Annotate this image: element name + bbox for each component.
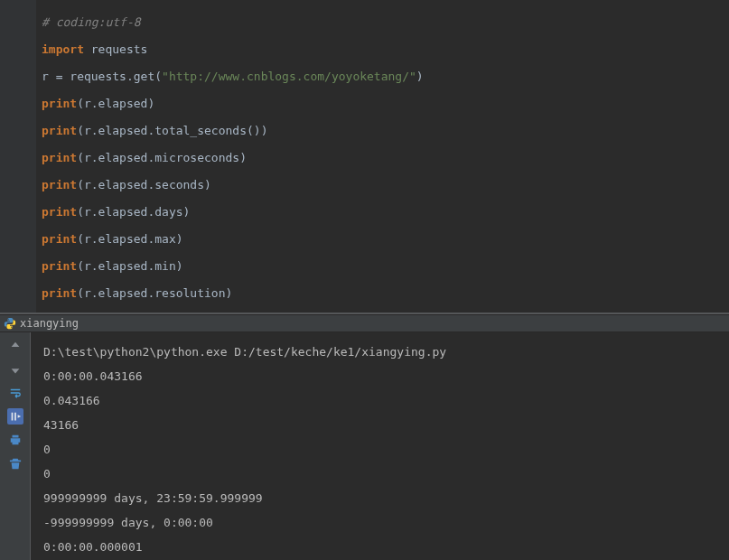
console-line: 43166	[43, 413, 716, 437]
console-line: 999999999 days, 23:59:59.999999	[43, 486, 716, 510]
print-arg: (r.elapsed.min)	[77, 259, 182, 273]
keyword-print: print	[42, 124, 77, 137]
keyword-print: print	[42, 259, 77, 273]
assign-expr: r = requests.get(	[42, 70, 162, 83]
keyword-print: print	[42, 286, 77, 300]
module-name: requests	[84, 42, 147, 56]
print-arg: (r.elapsed.max)	[77, 232, 182, 246]
url-string: "http://www.cnblogs.com/yoyoketang/"	[162, 70, 416, 83]
keyword-print: print	[42, 97, 77, 110]
console-area: D:\test\python2\python.exe D:/test/keche…	[0, 332, 729, 560]
keyword-print: print	[42, 232, 77, 246]
print-arg: (r.elapsed.total_seconds())	[77, 124, 267, 137]
console-line: -999999999 days, 0:00:00	[43, 510, 716, 535]
print-arg: (r.elapsed.days)	[77, 205, 190, 219]
console-line: 0.043166	[43, 388, 716, 413]
console-gutter	[0, 332, 31, 560]
arrow-up-icon[interactable]	[7, 338, 23, 354]
console-line: 0	[43, 437, 716, 462]
console-line: 0:00:00.000001	[43, 535, 716, 559]
print-arg: (r.elapsed)	[77, 97, 154, 110]
run-tab-bar: xiangying	[0, 314, 729, 332]
trash-icon[interactable]	[7, 455, 23, 471]
print-arg: (r.elapsed.microseconds)	[77, 151, 247, 164]
keyword-print: print	[42, 178, 77, 191]
print-icon[interactable]	[7, 432, 23, 448]
keyword-import: import	[42, 42, 84, 56]
arrow-down-icon[interactable]	[7, 361, 23, 378]
soft-wrap-icon[interactable]	[7, 385, 23, 401]
scroll-to-end-icon[interactable]	[7, 408, 23, 425]
console-line: D:\test\python2\python.exe D:/test/keche…	[43, 340, 716, 364]
keyword-print: print	[42, 151, 77, 164]
comment-line: # coding:utf-8	[42, 15, 141, 29]
print-arg: (r.elapsed.seconds)	[77, 178, 211, 191]
python-icon	[4, 317, 16, 330]
print-arg: (r.elapsed.resolution)	[77, 286, 232, 300]
console-line: 0	[43, 462, 716, 486]
console-line: 0:00:00.043166	[43, 364, 716, 388]
close-paren: )	[416, 70, 424, 83]
keyword-print: print	[42, 205, 77, 219]
run-tab-label[interactable]: xiangying	[20, 317, 79, 330]
console-output[interactable]: D:\test\python2\python.exe D:/test/keche…	[31, 332, 729, 560]
code-editor[interactable]: # coding:utf-8 import requests r = reque…	[0, 0, 729, 313]
